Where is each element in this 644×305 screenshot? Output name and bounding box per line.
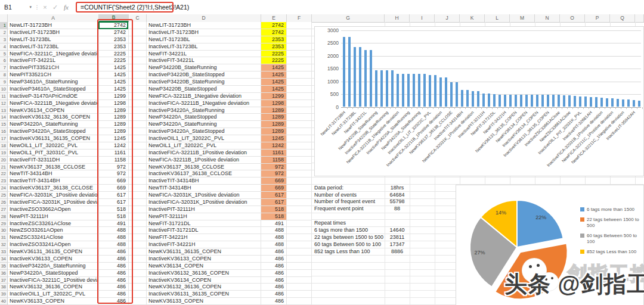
cell-d[interactable]: InactiveKV36137_36138_CCLOSE [147, 170, 261, 178]
row-number[interactable]: 33 [0, 248, 8, 256]
column-header-n[interactable]: N [535, 14, 560, 22]
cell-a[interactable]: NewFICA-32211C_1Negative deviation [8, 51, 99, 58]
cell-e[interactable]: 2225 [261, 57, 287, 64]
row-number[interactable]: 20 [0, 157, 8, 164]
row-number[interactable]: 15 [0, 121, 8, 128]
cell-a[interactable]: NewLIT-31723BH [8, 22, 99, 29]
cell-e[interactable]: 1299 [261, 93, 287, 100]
cell-e[interactable]: 518 [261, 213, 287, 220]
column-header-g[interactable]: G [312, 14, 385, 22]
row-number[interactable]: 13 [0, 107, 8, 114]
cell-d[interactable]: InactiveFICA-32031K_1Positive deviation [147, 199, 261, 206]
cell-d[interactable]: InactiveOIL1_LIT_32022C_PVL [147, 135, 261, 142]
row-number[interactable]: 11 [0, 93, 8, 100]
cell-f[interactable] [287, 192, 312, 199]
row-number[interactable]: 14 [0, 114, 8, 121]
cell-e[interactable]: 1289 [261, 114, 287, 121]
cell-e[interactable]: 486 [261, 277, 287, 284]
cell-d[interactable]: NewP34220B_StateRunning [147, 64, 261, 71]
cell-d[interactable]: NewFICA-32211B_1Negative deviation [147, 93, 261, 100]
cell-a[interactable]: InactiveOIL1_LIT_32022C_PVL [8, 291, 99, 298]
row-number[interactable]: 30 [0, 227, 8, 234]
cell-d[interactable]: InactiveLIT-31723BL [147, 43, 261, 51]
row-number[interactable]: 23 [0, 178, 8, 185]
row-number[interactable]: 9 [0, 79, 8, 86]
cell-e[interactable]: 1245 [261, 135, 287, 142]
cell-a[interactable]: InactiveZSC33261AClose [8, 220, 99, 228]
row-number[interactable]: 7 [0, 64, 8, 71]
cell-a[interactable]: NewTIT-34314BH [8, 170, 99, 178]
cell-f[interactable] [287, 128, 312, 135]
cell-d[interactable]: NewOIL1_LIT_32022C_PVL [147, 142, 261, 150]
column-header-d[interactable]: D [147, 14, 261, 22]
cell-f[interactable] [287, 150, 312, 157]
cell-d[interactable]: InactiveFIT-34221H [147, 241, 261, 248]
cell-f[interactable] [287, 234, 312, 241]
cell-e[interactable]: 617 [261, 199, 287, 206]
cell-a[interactable]: NewKV36133_COPEN [8, 298, 99, 305]
cell-f[interactable] [287, 51, 312, 58]
cell-d[interactable]: NewKV36132_36136_COPEN [147, 284, 261, 291]
cell-a[interactable]: InactiveP34220A_StateRunning [8, 263, 99, 270]
cell-f[interactable] [287, 270, 312, 277]
cell-a[interactable]: InactiveFIT-34221L [8, 57, 99, 64]
cell-a[interactable]: NewOIL1_LIT_32022C_PVL [8, 142, 99, 150]
cell-d[interactable]: NewFIT-34221H [147, 234, 261, 241]
enter-icon[interactable]: ✓ [50, 4, 60, 11]
cell-d[interactable]: NewFIT-31721DL [147, 220, 261, 228]
cell-e[interactable]: 518 [261, 206, 287, 213]
cell-a[interactable]: InactiveKV36133_COPEN [8, 256, 99, 263]
cell-f[interactable] [287, 79, 312, 86]
row-number[interactable]: 18 [0, 142, 8, 150]
cell-e[interactable]: 1425 [261, 64, 287, 71]
cell-e[interactable]: 488 [261, 241, 287, 248]
cell-e[interactable]: 1161 [261, 150, 287, 157]
cell-a[interactable]: NewP34610A_StateRunning [8, 79, 99, 86]
cell-e[interactable]: 1425 [261, 86, 287, 93]
cell-e[interactable]: 1425 [261, 71, 287, 79]
cell-e[interactable]: 486 [261, 248, 287, 256]
cell-a[interactable]: InactiveFIT-32311DH [8, 157, 99, 164]
cell-a[interactable]: NewKV36131_36135_COPEN [8, 248, 99, 256]
cell-f[interactable] [287, 86, 312, 93]
row-number[interactable]: 21 [0, 164, 8, 171]
cell-d[interactable]: NewFICA-32031K_1Positive deviation [147, 192, 261, 199]
cell-a[interactable]: InactiveP34610A_StateStopped [8, 86, 99, 93]
row-number[interactable]: 32 [0, 241, 8, 248]
cell-e[interactable]: 972 [261, 164, 287, 171]
cell-a[interactable]: InactiveP34220A_StateStopped [8, 128, 99, 135]
column-header-l[interactable]: L [485, 14, 510, 22]
cell-f[interactable] [287, 93, 312, 100]
cell-a[interactable]: NewKV36132_36136_COPEN [8, 284, 99, 291]
cell-d[interactable]: NewLIT-31723BH [147, 22, 261, 29]
cell-a[interactable]: InactiveFICA-32211C_1Positive deviation [8, 277, 99, 284]
cell-d[interactable]: NewKV36131_36135_COPEN [147, 248, 261, 256]
row-number[interactable]: 24 [0, 185, 8, 192]
row-number[interactable]: 34 [0, 256, 8, 263]
cell-e[interactable]: 2742 [261, 22, 287, 29]
cell-e[interactable]: 488 [261, 234, 287, 241]
cell-a[interactable]: InactiveFICA-32031K_1Positive deviation [8, 199, 99, 206]
cell-f[interactable] [287, 22, 312, 29]
cell-a[interactable]: NewZSC33241AClose [8, 234, 99, 241]
cell-d[interactable]: NewP34220A_StateRunning [147, 121, 261, 128]
cell-f[interactable] [287, 206, 312, 213]
chevron-down-icon[interactable]: ▾ [29, 5, 32, 10]
cell-f[interactable] [287, 185, 312, 192]
cell-a[interactable]: NewLIT-31723BL [8, 36, 99, 43]
cell-d[interactable]: InactiveTIT-34314BH [147, 178, 261, 185]
cell-e[interactable]: 486 [261, 298, 287, 305]
row-number[interactable]: 19 [0, 150, 8, 157]
cell-f[interactable] [287, 298, 312, 305]
select-all-corner[interactable] [0, 14, 8, 22]
row-number[interactable]: 29 [0, 220, 8, 228]
cell-f[interactable] [287, 157, 312, 164]
row-number[interactable]: 28 [0, 213, 8, 220]
row-number[interactable]: 17 [0, 135, 8, 142]
cell-d[interactable]: NewP34220B_StateStopped [147, 86, 261, 93]
cell-d[interactable]: InactiveP34220A_StateRunning [147, 107, 261, 114]
name-box[interactable]: B1 ▾ [0, 1, 34, 14]
cell-d[interactable]: InactiveP34220B_StateStopped [147, 71, 261, 79]
cell-f[interactable] [287, 227, 312, 234]
cell-f[interactable] [287, 100, 312, 107]
